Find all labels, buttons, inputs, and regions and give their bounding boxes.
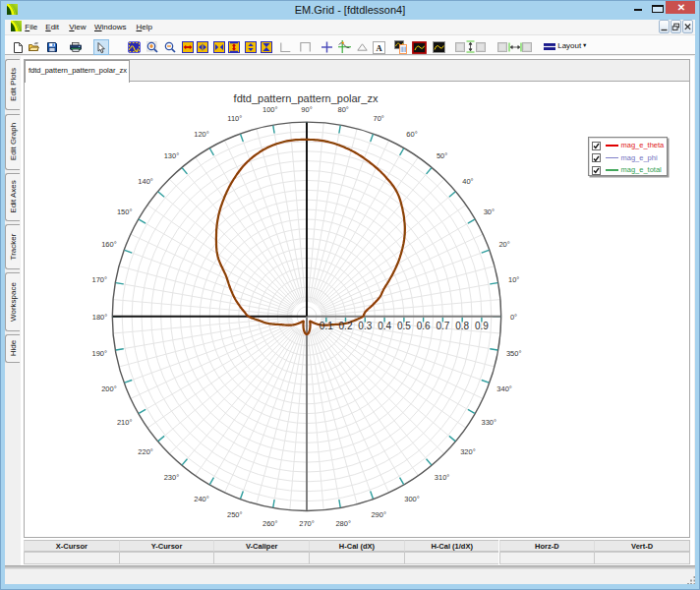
svg-text:0.2: 0.2	[339, 321, 353, 331]
svg-text:170°: 170°	[92, 275, 108, 284]
svg-text:320°: 320°	[460, 447, 476, 456]
svg-text:0.6: 0.6	[417, 321, 431, 331]
svg-text:260°: 260°	[262, 519, 278, 528]
svg-text:80°: 80°	[338, 105, 349, 114]
svg-text:130°: 130°	[164, 151, 180, 160]
svg-text:230°: 230°	[164, 473, 180, 482]
svg-text:270°: 270°	[299, 519, 315, 528]
svg-text:0.8: 0.8	[455, 321, 469, 331]
svg-text:110°: 110°	[227, 114, 242, 123]
svg-text:120°: 120°	[194, 130, 209, 139]
svg-text:90°: 90°	[301, 105, 312, 114]
svg-text:150°: 150°	[117, 207, 133, 216]
svg-text:30°: 30°	[484, 207, 495, 216]
svg-text:330°: 330°	[482, 418, 497, 427]
svg-text:0.3: 0.3	[358, 321, 372, 331]
svg-text:100°: 100°	[262, 105, 278, 114]
svg-text:70°: 70°	[374, 114, 384, 123]
svg-text:210°: 210°	[117, 418, 133, 427]
svg-text:180°: 180°	[92, 313, 108, 322]
svg-text:140°: 140°	[138, 177, 153, 186]
svg-text:10°: 10°	[508, 275, 519, 284]
svg-text:240°: 240°	[194, 495, 209, 503]
svg-text:fdtd_pattern_pattern_polar_zx: fdtd_pattern_pattern_polar_zx	[234, 92, 379, 104]
svg-text:0.9: 0.9	[475, 321, 489, 331]
svg-text:340°: 340°	[496, 384, 512, 393]
svg-text:200°: 200°	[101, 384, 117, 393]
svg-text:20°: 20°	[498, 240, 509, 249]
svg-text:300°: 300°	[404, 495, 420, 503]
svg-text:310°: 310°	[435, 473, 450, 482]
svg-text:60°: 60°	[406, 130, 417, 139]
svg-text:220°: 220°	[138, 447, 153, 456]
svg-text:280°: 280°	[335, 519, 351, 528]
svg-text:290°: 290°	[371, 510, 386, 519]
svg-text:350°: 350°	[506, 349, 522, 358]
svg-text:0.1: 0.1	[320, 321, 333, 331]
svg-text:250°: 250°	[227, 510, 243, 519]
svg-text:0.4: 0.4	[378, 321, 391, 331]
svg-text:0.7: 0.7	[436, 321, 449, 331]
svg-text:160°: 160°	[101, 240, 117, 249]
svg-text:40°: 40°	[462, 177, 473, 186]
svg-text:50°: 50°	[437, 151, 447, 160]
svg-text:0.5: 0.5	[397, 321, 411, 331]
svg-text:0°: 0°	[510, 313, 517, 322]
svg-text:190°: 190°	[92, 349, 108, 358]
